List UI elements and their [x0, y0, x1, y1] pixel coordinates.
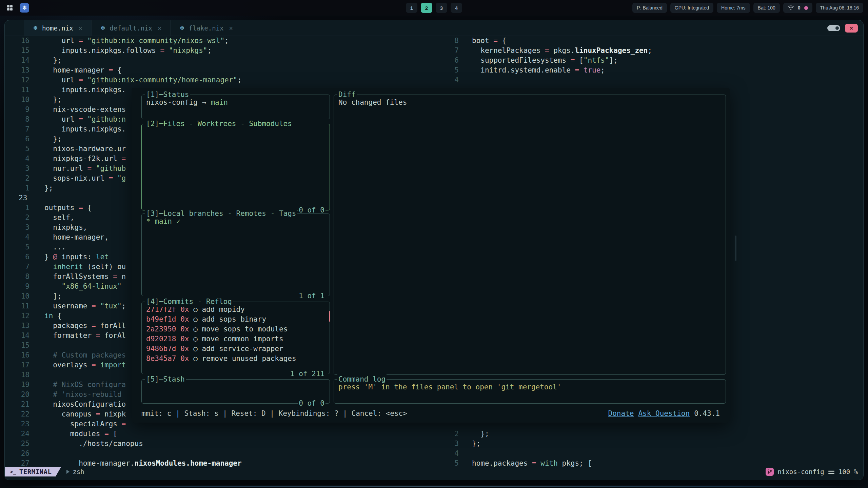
- arrow-icon: →: [202, 98, 206, 107]
- lazygit-status-panel[interactable]: [1]─Status nixos-config→main: [141, 95, 330, 119]
- code-line: 4: [443, 449, 863, 459]
- prompt-arrow-icon: [66, 470, 70, 474]
- tab-home.nix[interactable]: ❄home.nix×: [24, 20, 92, 36]
- right-pane-bottom-lines: 2 };3};45home.packages = with pkgs; [: [443, 429, 863, 468]
- lazygit-diff-panel[interactable]: Diff No changed files: [334, 95, 726, 375]
- tab-label: default.nix: [110, 24, 152, 32]
- statusline: >_ TERMINAL zsh nixos-config 100 %: [5, 467, 863, 476]
- topbar: ❄ 1234 P: BalancedGPU: IntegratedHome: 7…: [0, 0, 868, 16]
- panel-title: [1]─Status: [145, 90, 190, 100]
- git-badge: [766, 468, 774, 476]
- tab-close-icon[interactable]: ×: [79, 24, 82, 32]
- panel-count: 1 of 1: [298, 291, 326, 301]
- lazygit-branches-panel[interactable]: [3]─Local branches - Remotes - Tags * ma…: [141, 214, 330, 296]
- workspace-button-2[interactable]: 2: [421, 3, 432, 13]
- lazygit-command-log-panel[interactable]: Command log press 'M' in the files panel…: [334, 379, 726, 404]
- code-line: 6 supportedFilesystems = ["ntfs"];: [443, 56, 863, 65]
- workspace-button-3[interactable]: 3: [436, 3, 447, 13]
- app-launcher-icon[interactable]: [5, 3, 15, 13]
- commit-item[interactable]: d920218 0x ○ move common imports: [146, 334, 325, 344]
- nix-snowflake-icon: ❄: [33, 24, 38, 32]
- panel-count: 0 of 0: [298, 399, 326, 408]
- tab-default.nix[interactable]: ❄default.nix×: [92, 20, 171, 36]
- ask-question-link[interactable]: Ask Question: [638, 409, 690, 419]
- terminal-window: ❄home.nix×❄default.nix×❄flake.nix× × 16 …: [4, 20, 864, 480]
- recording-dot-icon[interactable]: [804, 6, 808, 10]
- right-pane-top-lines: 8boot = {7 kernelPackages = pkgs.linuxPa…: [443, 36, 863, 85]
- code-line: 16 url = "github:nix-community/nixos-wsl…: [5, 36, 443, 46]
- commit-item[interactable]: 2a23950 0x ○ move sops to modules: [146, 324, 325, 334]
- workspace-button-4[interactable]: 4: [451, 3, 462, 13]
- panel-title: [3]─Local branches - Remotes - Tags: [145, 209, 297, 219]
- tab-label: flake.nix: [189, 24, 224, 32]
- lazygit-stash-panel[interactable]: [5]─Stash 0 of 0: [141, 379, 330, 404]
- code-line: 14 };: [5, 56, 443, 65]
- mode-label: TERMINAL: [19, 468, 52, 475]
- tab-close-icon[interactable]: ×: [229, 24, 233, 32]
- window-close-button[interactable]: ×: [845, 24, 858, 33]
- commit-item[interactable]: b49ef1d 0x ○ add sops binary: [146, 314, 325, 324]
- code-line: 15 inputs.nixpkgs.follows = "nixpkgs";: [5, 46, 443, 56]
- tab-label: home.nix: [42, 24, 73, 32]
- workspace-switcher: 1234: [406, 3, 462, 13]
- toggle-knob: [835, 26, 839, 30]
- git-branch-icon: [767, 469, 772, 474]
- nix-badge-icon[interactable]: ❄: [20, 3, 29, 13]
- lazygit-version: 0.43.1: [694, 409, 720, 419]
- tab-close-icon[interactable]: ×: [158, 24, 161, 32]
- project-name: nixos-config: [778, 468, 824, 475]
- system-tray: 0: [783, 3, 812, 13]
- commit-item[interactable]: 9486b7d 0x ○ add service-wrapper: [146, 344, 325, 354]
- code-line: 4: [443, 75, 863, 85]
- tab-flake.nix[interactable]: ❄flake.nix×: [171, 20, 242, 36]
- powerline-separator-icon: [56, 467, 61, 476]
- branch-name: main: [211, 98, 228, 107]
- buffer-lines-icon: [828, 469, 834, 474]
- commit-item[interactable]: 8e345a7 0x ○ remove unused packages: [146, 354, 325, 364]
- scrollbar-thumb[interactable]: [735, 236, 736, 261]
- nix-snowflake-icon: ❄: [100, 24, 105, 32]
- status-pill: P: Balanced: [632, 3, 667, 13]
- panel-title: [2]─Files - Worktrees - Submodules: [145, 119, 293, 129]
- workspace-button-1[interactable]: 1: [406, 3, 417, 13]
- status-pills: P: BalancedGPU: IntegratedHome: 7msBat: …: [632, 3, 780, 13]
- panel-title: Command log: [337, 374, 387, 384]
- code-line: 13 home-manager = {: [5, 65, 443, 75]
- notification-count[interactable]: 0: [798, 5, 801, 11]
- panel-count: 1 of 211: [289, 369, 326, 379]
- donate-link[interactable]: Donate: [608, 409, 634, 419]
- tab-list: ❄home.nix×❄default.nix×❄flake.nix×: [24, 20, 242, 36]
- code-line: 2 };: [443, 429, 863, 439]
- clock: Thu Aug 08, 18:16: [816, 3, 863, 13]
- shell-name: zsh: [73, 468, 84, 475]
- code-line: 24 modules = [: [5, 429, 443, 439]
- status-pill: GPU: Integrated: [670, 3, 713, 13]
- wifi-icon[interactable]: [788, 5, 794, 11]
- diff-message: No changed files: [338, 98, 721, 107]
- status-pill: Home: 7ms: [717, 3, 750, 13]
- code-line: 5 initrd.systemd.enable = true;: [443, 65, 863, 75]
- lazygit-commits-panel[interactable]: [4]─Commits - Reflog 2717f2f 0x ○ add mo…: [141, 302, 330, 374]
- tabbar-toggle[interactable]: [827, 25, 840, 31]
- code-line: 3};: [443, 439, 863, 449]
- lazygit-window: [1]─Status nixos-config→main [2]─Files -…: [132, 88, 730, 423]
- panel-title: Diff: [337, 90, 357, 100]
- code-line: 26: [5, 449, 443, 459]
- command-log-message: press 'M' in the files panel to open 'gi…: [338, 382, 721, 392]
- terminal-icon: >_: [10, 469, 16, 474]
- code-line: 25 ./hosts/canopus: [5, 439, 443, 449]
- grid-icon: [7, 5, 13, 11]
- status-pill: Bat: 100: [753, 3, 780, 13]
- commits-scrollbar[interactable]: [329, 311, 330, 322]
- panel-title: [4]─Commits - Reflog: [145, 297, 233, 307]
- tabbar: ❄home.nix×❄default.nix×❄flake.nix× ×: [5, 20, 863, 36]
- keybinding-hints: mmit: c | Stash: s | Reset: D | Keybindi…: [141, 409, 407, 419]
- scroll-percent: 100 %: [839, 468, 858, 475]
- panel-title: [5]─Stash: [145, 374, 186, 384]
- editor-area: 16 url = "github:nix-community/nixos-wsl…: [5, 36, 863, 480]
- code-line: 12 url = "github:nix-community/home-mana…: [5, 75, 443, 85]
- lazygit-files-panel[interactable]: [2]─Files - Worktrees - Submodules 0 of …: [141, 124, 330, 210]
- nix-snowflake-icon: ❄: [179, 24, 184, 32]
- mode-indicator: >_ TERMINAL: [5, 467, 56, 476]
- lazygit-keybar: mmit: c | Stash: s | Reset: D | Keybindi…: [141, 408, 720, 419]
